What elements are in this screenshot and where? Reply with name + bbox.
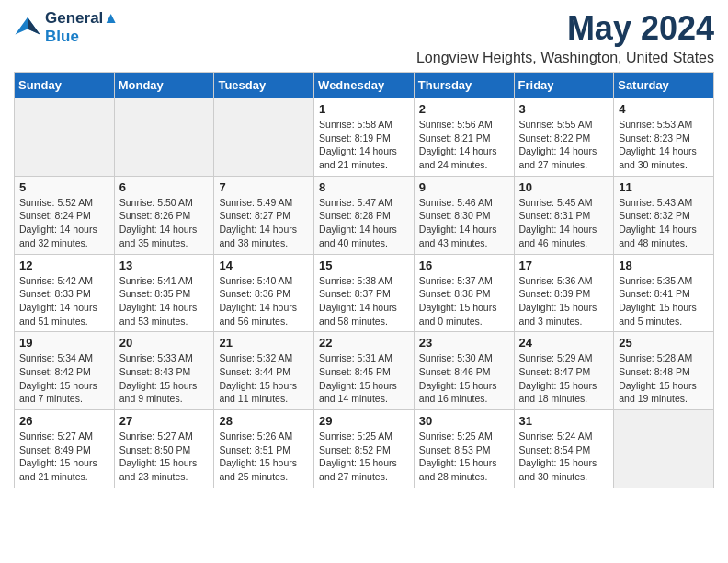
calendar-cell: 5Sunrise: 5:52 AMSunset: 8:24 PMDaylight… (15, 176, 115, 254)
day-info: Sunrise: 5:41 AMSunset: 8:35 PMDaylight:… (119, 274, 210, 328)
day-info: Sunrise: 5:37 AMSunset: 8:38 PMDaylight:… (419, 274, 509, 328)
day-info: Sunrise: 5:38 AMSunset: 8:37 PMDaylight:… (319, 274, 409, 328)
day-info: Sunrise: 5:55 AMSunset: 8:22 PMDaylight:… (519, 118, 609, 172)
day-info: Sunrise: 5:27 AMSunset: 8:49 PMDaylight:… (19, 430, 109, 484)
calendar-cell (114, 98, 214, 177)
day-info: Sunrise: 5:47 AMSunset: 8:28 PMDaylight:… (319, 196, 409, 250)
day-info: Sunrise: 5:28 AMSunset: 8:48 PMDaylight:… (619, 351, 709, 406)
calendar-cell: 31Sunrise: 5:24 AMSunset: 8:54 PMDayligh… (514, 410, 614, 488)
day-info: Sunrise: 5:58 AMSunset: 8:19 PMDaylight:… (319, 118, 409, 172)
day-info: Sunrise: 5:33 AMSunset: 8:43 PMDaylight:… (119, 351, 210, 406)
day-number: 19 (19, 336, 109, 350)
calendar-cell: 22Sunrise: 5:31 AMSunset: 8:45 PMDayligh… (314, 332, 415, 410)
day-number: 22 (319, 336, 409, 350)
calendar-table: SundayMondayTuesdayWednesdayThursdayFrid… (14, 72, 714, 488)
main-title: May 2024 (416, 9, 714, 48)
logo-text: General▲ Blue (45, 9, 119, 45)
calendar-cell: 26Sunrise: 5:27 AMSunset: 8:49 PMDayligh… (15, 410, 115, 488)
day-info: Sunrise: 5:34 AMSunset: 8:42 PMDaylight:… (19, 351, 109, 406)
day-number: 27 (119, 414, 210, 428)
svg-marker-1 (28, 17, 40, 34)
day-info: Sunrise: 5:40 AMSunset: 8:36 PMDaylight:… (219, 274, 309, 328)
calendar-cell (614, 410, 714, 488)
day-number: 2 (419, 102, 509, 116)
day-number: 13 (119, 259, 210, 272)
day-number: 15 (319, 259, 409, 272)
day-number: 1 (319, 102, 409, 116)
header-wednesday: Wednesday (314, 73, 415, 98)
day-number: 25 (619, 336, 709, 350)
calendar-cell: 14Sunrise: 5:40 AMSunset: 8:36 PMDayligh… (214, 254, 314, 332)
calendar-week-row: 12Sunrise: 5:42 AMSunset: 8:33 PMDayligh… (15, 254, 714, 332)
calendar-cell: 9Sunrise: 5:46 AMSunset: 8:30 PMDaylight… (414, 176, 514, 254)
day-info: Sunrise: 5:30 AMSunset: 8:46 PMDaylight:… (419, 351, 509, 406)
day-info: Sunrise: 5:32 AMSunset: 8:44 PMDaylight:… (219, 351, 309, 406)
day-number: 9 (419, 180, 509, 194)
day-info: Sunrise: 5:43 AMSunset: 8:32 PMDaylight:… (619, 196, 709, 250)
day-info: Sunrise: 5:25 AMSunset: 8:53 PMDaylight:… (419, 430, 509, 484)
day-number: 4 (619, 102, 709, 116)
day-number: 14 (219, 259, 309, 272)
calendar-week-row: 26Sunrise: 5:27 AMSunset: 8:49 PMDayligh… (15, 410, 714, 488)
page-header: General▲ Blue May 2024 Longview Heights,… (14, 9, 714, 66)
day-info: Sunrise: 5:53 AMSunset: 8:23 PMDaylight:… (619, 118, 709, 172)
day-number: 17 (519, 259, 609, 272)
day-info: Sunrise: 5:27 AMSunset: 8:50 PMDaylight:… (119, 430, 210, 484)
calendar-cell: 7Sunrise: 5:49 AMSunset: 8:27 PMDaylight… (214, 176, 314, 254)
calendar-header-row: SundayMondayTuesdayWednesdayThursdayFrid… (15, 73, 714, 98)
day-number: 28 (219, 414, 309, 428)
day-number: 16 (419, 259, 509, 272)
calendar-cell: 3Sunrise: 5:55 AMSunset: 8:22 PMDaylight… (514, 98, 614, 177)
day-info: Sunrise: 5:49 AMSunset: 8:27 PMDaylight:… (219, 196, 309, 250)
day-number: 23 (419, 336, 509, 350)
day-info: Sunrise: 5:46 AMSunset: 8:30 PMDaylight:… (419, 196, 509, 250)
calendar-cell: 12Sunrise: 5:42 AMSunset: 8:33 PMDayligh… (15, 254, 115, 332)
logo-icon (14, 14, 41, 41)
calendar-cell: 17Sunrise: 5:36 AMSunset: 8:39 PMDayligh… (514, 254, 614, 332)
calendar-cell: 11Sunrise: 5:43 AMSunset: 8:32 PMDayligh… (614, 176, 714, 254)
subtitle: Longview Heights, Washington, United Sta… (416, 50, 714, 66)
day-info: Sunrise: 5:25 AMSunset: 8:52 PMDaylight:… (319, 430, 409, 484)
calendar-cell: 1Sunrise: 5:58 AMSunset: 8:19 PMDaylight… (314, 98, 415, 177)
calendar-week-row: 1Sunrise: 5:58 AMSunset: 8:19 PMDaylight… (15, 98, 714, 177)
day-info: Sunrise: 5:36 AMSunset: 8:39 PMDaylight:… (519, 274, 609, 328)
calendar-cell: 8Sunrise: 5:47 AMSunset: 8:28 PMDaylight… (314, 176, 415, 254)
day-number: 31 (519, 414, 609, 428)
calendar-cell: 23Sunrise: 5:30 AMSunset: 8:46 PMDayligh… (414, 332, 514, 410)
day-info: Sunrise: 5:26 AMSunset: 8:51 PMDaylight:… (219, 430, 309, 484)
day-number: 8 (319, 180, 409, 194)
day-number: 12 (19, 259, 109, 272)
header-thursday: Thursday (414, 73, 514, 98)
calendar-cell: 18Sunrise: 5:35 AMSunset: 8:41 PMDayligh… (614, 254, 714, 332)
calendar-cell: 20Sunrise: 5:33 AMSunset: 8:43 PMDayligh… (114, 332, 214, 410)
day-number: 18 (619, 259, 709, 272)
calendar-cell: 15Sunrise: 5:38 AMSunset: 8:37 PMDayligh… (314, 254, 415, 332)
calendar-cell: 6Sunrise: 5:50 AMSunset: 8:26 PMDaylight… (114, 176, 214, 254)
day-number: 6 (119, 180, 210, 194)
calendar-cell: 25Sunrise: 5:28 AMSunset: 8:48 PMDayligh… (614, 332, 714, 410)
calendar-cell: 2Sunrise: 5:56 AMSunset: 8:21 PMDaylight… (414, 98, 514, 177)
calendar-cell: 21Sunrise: 5:32 AMSunset: 8:44 PMDayligh… (214, 332, 314, 410)
day-number: 20 (119, 336, 210, 350)
calendar-cell: 27Sunrise: 5:27 AMSunset: 8:50 PMDayligh… (114, 410, 214, 488)
day-number: 30 (419, 414, 509, 428)
logo: General▲ Blue (14, 9, 119, 45)
calendar-cell: 10Sunrise: 5:45 AMSunset: 8:31 PMDayligh… (514, 176, 614, 254)
calendar-cell (214, 98, 314, 177)
title-area: May 2024 Longview Heights, Washington, U… (416, 9, 714, 66)
day-info: Sunrise: 5:42 AMSunset: 8:33 PMDaylight:… (19, 274, 109, 328)
day-number: 3 (519, 102, 609, 116)
day-number: 26 (19, 414, 109, 428)
calendar-cell (15, 98, 115, 177)
day-info: Sunrise: 5:50 AMSunset: 8:26 PMDaylight:… (119, 196, 210, 250)
day-info: Sunrise: 5:52 AMSunset: 8:24 PMDaylight:… (19, 196, 109, 250)
header-friday: Friday (514, 73, 614, 98)
day-info: Sunrise: 5:56 AMSunset: 8:21 PMDaylight:… (419, 118, 509, 172)
header-sunday: Sunday (15, 73, 115, 98)
calendar-cell: 4Sunrise: 5:53 AMSunset: 8:23 PMDaylight… (614, 98, 714, 177)
header-monday: Monday (114, 73, 214, 98)
calendar-cell: 28Sunrise: 5:26 AMSunset: 8:51 PMDayligh… (214, 410, 314, 488)
calendar-cell: 19Sunrise: 5:34 AMSunset: 8:42 PMDayligh… (15, 332, 115, 410)
day-number: 21 (219, 336, 309, 350)
day-info: Sunrise: 5:29 AMSunset: 8:47 PMDaylight:… (519, 351, 609, 406)
